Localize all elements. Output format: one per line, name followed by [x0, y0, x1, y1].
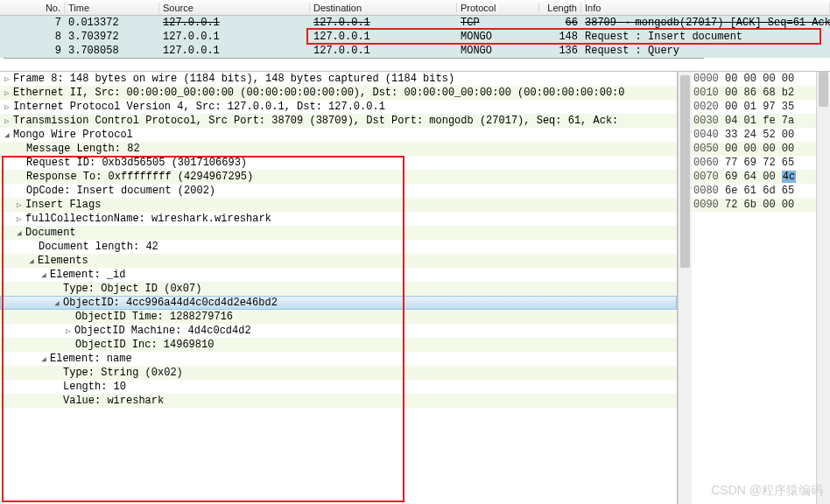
tree-full-collection[interactable]: ▷fullCollectionName: wireshark.wireshark [0, 212, 677, 226]
tree-label: fullCollectionName: wireshark.wireshark [25, 213, 271, 225]
details-scrollbar[interactable] [678, 72, 692, 504]
col-header-no[interactable]: No. [0, 3, 65, 13]
hex-bytes: 00 01 97 35 [725, 101, 814, 113]
tree-label: Elements [38, 255, 88, 267]
hex-row[interactable]: 007069 64 00 4c [692, 170, 816, 184]
hex-row[interactable]: 001000 86 68 b2 [692, 86, 816, 100]
tree-label: Value: wireshark [63, 395, 164, 407]
tree-objectid-machine[interactable]: ▷ObjectID Machine: 4d4c0cd4d2 [0, 324, 677, 338]
collapse-icon[interactable]: ◢ [26, 256, 37, 266]
tree-label: Frame 8: 148 bytes on wire (1184 bits), … [13, 73, 454, 85]
col-header-destination[interactable]: Destination [310, 3, 457, 13]
expand-icon[interactable]: ▷ [2, 102, 12, 112]
tree-element-name[interactable]: ◢Element: name [0, 352, 677, 366]
cell-protocol: TCP [457, 17, 539, 29]
tree-mongo[interactable]: ◢Mongo Wire Protocol [0, 128, 677, 142]
tree-msg-length[interactable]: Message Length: 82 [0, 142, 677, 156]
col-header-length[interactable]: Length [539, 3, 581, 13]
tree-string-length[interactable]: Length: 10 [0, 380, 677, 394]
hex-row[interactable]: 005000 00 00 00 [692, 142, 816, 156]
tree-tcp[interactable]: ▷Transmission Control Protocol, Src Port… [0, 114, 677, 128]
cell-no: 9 [0, 45, 65, 57]
hex-bytes: 6e 61 6d 65 [725, 185, 814, 197]
cell-info: Request : Insert document [581, 31, 830, 43]
packet-row[interactable]: 9 3.708058 127.0.0.1 127.0.0.1 MONGO 136… [0, 44, 830, 58]
cell-source: 127.0.0.1 [159, 31, 310, 43]
cell-destination: 127.0.0.1 [310, 31, 457, 43]
hex-row[interactable]: 004033 24 52 00 [692, 128, 816, 142]
hex-bytes: 00 00 00 00 [725, 73, 814, 85]
col-header-time[interactable]: Time [65, 3, 159, 13]
hex-scrollbar[interactable] [816, 72, 830, 504]
scrollbar-thumb[interactable] [819, 72, 828, 107]
hex-pane[interactable]: 000000 00 00 00 001000 86 68 b2 002000 0… [692, 72, 816, 504]
expand-icon[interactable]: ▷ [63, 326, 74, 336]
tree-frame[interactable]: ▷Frame 8: 148 bytes on wire (1184 bits),… [0, 72, 677, 86]
cell-length: 148 [539, 31, 581, 43]
tree-label: ObjectID Inc: 14969810 [75, 339, 214, 351]
hex-row[interactable]: 000000 00 00 00 [692, 72, 816, 86]
tree-objectid-time[interactable]: ObjectID Time: 1288279716 [0, 310, 677, 324]
scrollbar-thumb[interactable] [680, 75, 690, 268]
tree-objectid-inc[interactable]: ObjectID Inc: 14969810 [0, 338, 677, 352]
tree-string-value[interactable]: Value: wireshark [0, 394, 677, 408]
cell-time: 0.013372 [65, 17, 159, 29]
tree-element-id[interactable]: ◢Element: _id [0, 268, 677, 282]
hex-bytes: 72 6b 00 00 [725, 199, 814, 211]
tree-objectid[interactable]: ◢ObjectID: 4cc996a44d4c0cd4d2e46bd2 [0, 296, 677, 310]
cell-no: 8 [0, 31, 65, 43]
packet-row[interactable]: 8 3.703972 127.0.0.1 127.0.0.1 MONGO 148… [0, 30, 830, 44]
expand-icon[interactable]: ▷ [14, 214, 25, 224]
expand-icon[interactable]: ▷ [2, 88, 12, 98]
collapse-icon[interactable]: ◢ [2, 130, 12, 140]
tree-document[interactable]: ◢Document [0, 226, 677, 240]
packet-details-pane[interactable]: ▷Frame 8: 148 bytes on wire (1184 bits),… [0, 72, 678, 504]
cell-destination: 127.0.0.1 [310, 17, 457, 29]
tree-label: ObjectID Machine: 4d4c0cd4d2 [74, 325, 251, 337]
hex-offset: 0080 [693, 185, 725, 197]
tree-type-objectid[interactable]: Type: Object ID (0x07) [0, 282, 677, 296]
hex-row[interactable]: 002000 01 97 35 [692, 100, 816, 114]
tree-request-id[interactable]: Request ID: 0xb3d56505 (3017106693) [0, 156, 677, 170]
packet-list: No. Time Source Destination Protocol Len… [0, 0, 830, 72]
hex-offset: 0060 [693, 157, 725, 169]
cell-destination: 127.0.0.1 [310, 45, 457, 57]
collapse-icon[interactable]: ◢ [52, 298, 62, 308]
hex-row[interactable]: 006077 69 72 65 [692, 156, 816, 170]
tree-elements[interactable]: ◢Elements [0, 254, 677, 268]
tree-label: Document length: 42 [39, 241, 158, 253]
col-header-protocol[interactable]: Protocol [457, 3, 539, 13]
expand-icon[interactable]: ▷ [2, 74, 12, 84]
expand-icon[interactable]: ▷ [14, 200, 25, 210]
collapse-icon[interactable]: ◢ [39, 354, 49, 364]
cell-length: 136 [539, 45, 581, 57]
tree-label: Element: name [50, 353, 132, 365]
cell-info: 38709 → mongodb(27017) [ACK] Seq=61 Ack [581, 17, 830, 29]
tree-ethernet[interactable]: ▷Ethernet II, Src: 00:00:00_00:00:00 (00… [0, 86, 677, 100]
cell-info: Request : Query [581, 45, 830, 57]
hex-row[interactable]: 00806e 61 6d 65 [692, 184, 816, 198]
tree-label: Type: Object ID (0x07) [63, 283, 201, 295]
cell-time: 3.703972 [65, 31, 159, 43]
packet-row[interactable]: 7 0.013372 127.0.0.1 127.0.0.1 TCP 66 38… [0, 16, 830, 30]
tree-response-to[interactable]: Response To: 0xffffffff (4294967295) [0, 170, 677, 184]
collapse-icon[interactable]: ◢ [14, 228, 25, 238]
col-header-source[interactable]: Source [159, 3, 310, 13]
tree-opcode[interactable]: OpCode: Insert document (2002) [0, 184, 677, 198]
hex-bytes: 00 00 00 00 [725, 143, 814, 155]
hex-row[interactable]: 009072 6b 00 00 [692, 198, 816, 212]
tree-doc-length[interactable]: Document length: 42 [0, 240, 677, 254]
expand-icon[interactable]: ▷ [2, 116, 12, 126]
hex-row[interactable]: 003004 01 fe 7a [692, 114, 816, 128]
cell-protocol: MONGO [457, 45, 539, 57]
collapse-icon[interactable]: ◢ [39, 270, 49, 280]
tree-label: Document [25, 227, 76, 239]
cell-source: 127.0.0.1 [159, 17, 310, 29]
tree-type-string[interactable]: Type: String (0x02) [0, 366, 677, 380]
tree-label: Message Length: 82 [26, 143, 140, 155]
cell-no: 7 [0, 17, 65, 29]
tree-insert-flags[interactable]: ▷Insert Flags [0, 198, 677, 212]
col-header-info[interactable]: Info [581, 3, 830, 13]
tree-ip[interactable]: ▷Internet Protocol Version 4, Src: 127.0… [0, 100, 677, 114]
tree-label: Insert Flags [25, 199, 101, 211]
